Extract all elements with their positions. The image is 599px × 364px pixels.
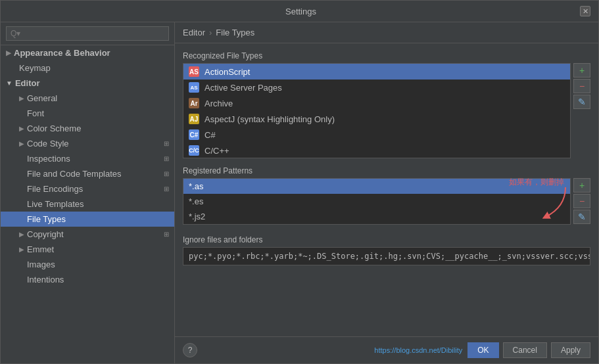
recognized-section: Recognized File Types ASActionScriptASAc… [183,51,590,158]
file-type-item[interactable]: C/CC/C++ [183,143,570,158]
registered-patterns-section: Registered Patterns *.as*.es*.js2 + − ✎ … [183,166,590,225]
emmet-label: Emmet [27,244,54,254]
ok-button[interactable]: OK [467,342,498,358]
help-button[interactable]: ? [183,343,197,357]
registered-patterns-label: Registered Patterns [183,166,590,175]
breadcrumb-file-types: File Types [216,28,254,37]
remove-file-type-button[interactable]: − [573,79,590,93]
file-encodings-badge: ⊞ [164,185,169,193]
sidebar-item-images[interactable]: Images [1,257,174,272]
file-type-item[interactable]: ASActive Server Pages [183,80,570,95]
inspections-label: Inspections [27,154,70,164]
sidebar-item-file-and-code-templates[interactable]: File and Code Templates ⊞ [1,166,174,181]
edit-file-type-button[interactable]: ✎ [573,95,590,109]
ignore-label: Ignore files and folders [183,235,590,244]
copyright-badge: ⊞ [164,231,169,238]
ignore-section: Ignore files and folders pyc;*.pyo;*.rbc… [183,235,590,265]
file-type-item[interactable]: ArArchive [183,95,570,111]
file-type-item[interactable]: C#C# [183,127,570,143]
live-templates-label: Live Templates [27,199,84,209]
editor-label: Editor [15,78,40,88]
sidebar-item-file-types[interactable]: File Types [1,212,174,227]
recognized-label: Recognized File Types [183,51,590,60]
file-type-name: Active Server Pages [204,83,282,93]
font-label: Font [27,108,44,118]
search-input[interactable] [6,26,169,41]
collapse-icon-color: ▶ [19,125,24,132]
main-content: Editor › File Types Recognized File Type… [175,22,598,363]
breadcrumb-editor: Editor [183,28,205,37]
dialog-title: Settings [22,7,580,16]
collapse-icon-appearance: ▶ [6,49,11,57]
file-type-icon: C/C [189,145,199,156]
sidebar: ▶ Appearance & Behavior Keymap ▼ Editor … [1,22,175,363]
file-encodings-label: File Encodings [27,184,83,194]
sidebar-item-general[interactable]: ▶ General [1,91,174,106]
ignore-field-text[interactable]: pyc;*.pyo;*.rbc;*.yarb;*~;.DS_Store;.git… [183,248,590,265]
file-type-item[interactable]: ASActionScript [183,64,570,80]
cancel-button[interactable]: Cancel [503,342,547,358]
code-style-badge: ⊞ [164,140,169,147]
file-type-name: C# [204,130,216,140]
sidebar-item-intentions[interactable]: Intentions [1,272,174,287]
file-type-name: ActionScript [204,67,250,77]
general-label: General [27,93,57,103]
dialog-body: ▶ Appearance & Behavior Keymap ▼ Editor … [1,22,598,363]
close-button[interactable]: ✕ [580,6,590,16]
url-text: https://blog.csdn.net/Dibility [374,346,462,354]
collapse-icon-editor: ▼ [6,80,12,87]
add-pattern-button[interactable]: + [573,178,590,193]
apply-button[interactable]: Apply [551,342,590,358]
annotation-arrow [533,187,572,220]
bottom-bar: ? https://blog.csdn.net/Dibility OK Canc… [175,336,598,363]
remove-pattern-button[interactable]: − [573,194,590,208]
sidebar-item-code-style[interactable]: ▶ Code Style ⊞ [1,136,174,151]
search-box [1,22,174,45]
patterns-side-buttons: + − ✎ [573,178,590,225]
color-scheme-label: Color Scheme [27,124,81,133]
sidebar-item-editor[interactable]: ▼ Editor [1,76,174,91]
file-type-icon: Ar [189,98,199,108]
ignore-field-wrapper: pyc;*.pyo;*.rbc;*.yarb;*~;.DS_Store;.git… [183,247,590,265]
annotation-text: 如果有，则删掉 [509,177,564,188]
content-area: Recognized File Types ASActionScriptASAc… [175,43,598,336]
pattern-item[interactable]: *.es [183,194,570,209]
sidebar-item-font[interactable]: Font [1,106,174,121]
collapse-icon-copyright: ▶ [19,231,24,238]
breadcrumb: Editor › File Types [175,22,598,43]
sidebar-label-appearance: Appearance & Behavior [14,48,110,58]
sidebar-item-live-templates[interactable]: Live Templates [1,196,174,212]
file-type-icon: C# [189,129,199,140]
file-type-name: AspectJ (syntax Highlighting Only) [204,114,335,124]
recognized-file-types-list: ASActionScriptASActive Server PagesArArc… [183,63,571,158]
collapse-icon-code-style: ▶ [19,140,24,147]
file-types-label: File Types [27,214,66,224]
collapse-icon-general: ▶ [19,95,24,102]
action-buttons: OK Cancel Apply [467,342,590,358]
file-type-icon: AS [189,82,199,93]
sidebar-item-color-scheme[interactable]: ▶ Color Scheme [1,121,174,136]
sidebar-item-appearance[interactable]: ▶ Appearance & Behavior [1,45,174,60]
file-type-name: Archive [204,99,233,108]
file-type-item[interactable]: AJAspectJ (syntax Highlighting Only) [183,111,570,127]
file-type-icon: AS [189,66,199,77]
images-label: Images [27,260,55,269]
copyright-label: Copyright [27,229,64,239]
edit-pattern-button[interactable]: ✎ [573,210,590,224]
intentions-label: Intentions [27,275,64,284]
settings-dialog: Settings ✕ ▶ Appearance & Behavior Keyma… [0,0,599,364]
inspections-badge: ⊞ [164,155,169,162]
pattern-item[interactable]: *.js2 [183,209,570,224]
sidebar-item-file-encodings[interactable]: File Encodings ⊞ [1,181,174,196]
keymap-label: Keymap [19,63,51,73]
ignore-text-normal: pyc;*.pyo;*.rbc;*.yarb;*~;.DS_Store;.git… [189,252,590,261]
sidebar-item-copyright[interactable]: ▶ Copyright ⊞ [1,227,174,242]
sidebar-item-inspections[interactable]: Inspections ⊞ [1,151,174,166]
breadcrumb-separator: › [209,28,212,37]
add-file-type-button[interactable]: + [573,63,590,78]
sidebar-item-keymap[interactable]: Keymap [1,60,174,76]
code-style-label: Code Style [27,139,69,148]
file-type-name: C/C++ [204,146,229,156]
sidebar-item-emmet[interactable]: ▶ Emmet [1,242,174,257]
file-and-code-templates-label: File and Code Templates [27,169,122,179]
